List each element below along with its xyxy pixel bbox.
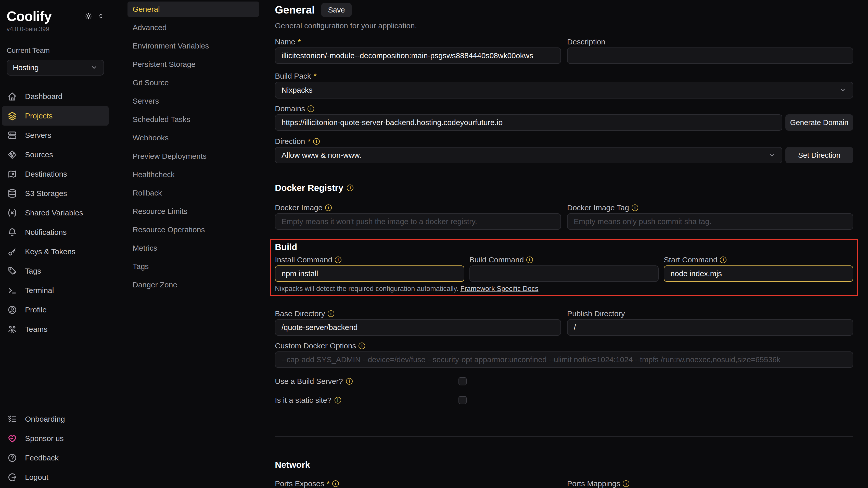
chevron-down-icon xyxy=(90,64,98,71)
subnav-item-preview-deployments[interactable]: Preview Deployments xyxy=(127,148,259,164)
chevron-down-icon xyxy=(839,86,846,94)
sidebar-item-sources[interactable]: Sources xyxy=(2,145,108,164)
subnav-item-webhooks[interactable]: Webhooks xyxy=(127,130,259,145)
theme-sun-icon[interactable] xyxy=(84,12,93,21)
sidebar-item-sponsor[interactable]: Sponsor us xyxy=(2,429,108,448)
build-pack-label: Build Pack xyxy=(275,72,311,80)
server-icon xyxy=(7,130,17,140)
start-command-input[interactable] xyxy=(664,265,853,282)
info-icon[interactable]: i xyxy=(332,480,339,487)
build-pack-select[interactable]: Nixpacks xyxy=(275,82,853,98)
users-icon xyxy=(7,324,17,334)
info-icon[interactable]: i xyxy=(325,204,332,211)
subnav-item-tags[interactable]: Tags xyxy=(127,259,259,274)
info-icon[interactable]: i xyxy=(359,343,365,349)
description-input[interactable] xyxy=(567,48,853,64)
base-directory-input[interactable] xyxy=(275,319,561,336)
install-command-input[interactable] xyxy=(275,265,464,282)
framework-docs-link[interactable]: Framework Specific Docs xyxy=(460,285,538,292)
docker-image-tag-field-group: Docker Image Tagi xyxy=(567,203,853,230)
subnav-item-metrics[interactable]: Metrics xyxy=(127,240,259,256)
base-directory-field-group: Base Directoryi xyxy=(275,309,561,336)
domains-input[interactable] xyxy=(275,114,782,131)
sidebar-item-terminal[interactable]: Terminal xyxy=(2,281,108,300)
database-icon xyxy=(7,189,17,199)
team-select-value: Hosting xyxy=(13,63,39,72)
info-icon[interactable]: i xyxy=(631,204,638,211)
sidebar-item-s3-storages[interactable]: S3 Storages xyxy=(2,184,108,203)
info-icon[interactable]: i xyxy=(308,106,314,112)
subnav-item-rollback[interactable]: Rollback xyxy=(127,185,259,201)
sidebar-item-notifications[interactable]: Notifications xyxy=(2,223,108,242)
sidebar-item-servers[interactable]: Servers xyxy=(2,125,108,145)
subnav-item-git-source[interactable]: Git Source xyxy=(127,75,259,90)
sidebar-item-onboarding[interactable]: Onboarding xyxy=(2,409,108,429)
sidebar-item-dashboard[interactable]: Dashboard xyxy=(2,87,108,106)
docker-image-tag-input[interactable] xyxy=(567,213,853,230)
is-static-site-checkbox[interactable] xyxy=(459,396,467,404)
subnav-item-general[interactable]: General xyxy=(127,2,259,17)
name-field-group: Name* xyxy=(275,37,561,64)
info-icon[interactable]: i xyxy=(346,378,353,384)
sidebar-item-feedback[interactable]: Feedback xyxy=(2,448,108,467)
required-asterisk: * xyxy=(308,137,311,146)
use-build-server-checkbox[interactable] xyxy=(459,377,467,385)
subnav-item-advanced[interactable]: Advanced xyxy=(127,20,259,35)
tag-icon xyxy=(7,266,17,276)
save-button[interactable]: Save xyxy=(321,3,351,17)
is-static-site-row: Is it a static site?i xyxy=(275,396,853,405)
sidebar-item-label: Feedback xyxy=(25,454,59,462)
subnav-item-danger-zone[interactable]: Danger Zone xyxy=(127,277,259,292)
docker-registry-heading: Docker Registry xyxy=(275,183,343,193)
logo-row: Coolify xyxy=(7,8,104,24)
sidebar-item-shared-variables[interactable]: Shared Variables xyxy=(2,203,108,223)
docker-image-input[interactable] xyxy=(275,213,561,230)
subnav-item-resource-operations[interactable]: Resource Operations xyxy=(127,222,259,237)
info-icon[interactable]: i xyxy=(335,397,341,403)
sidebar-item-label: Sponsor us xyxy=(25,434,64,443)
sidebar-item-destinations[interactable]: Destinations xyxy=(2,164,108,184)
sidebar-item-label: Projects xyxy=(25,112,53,120)
subnav-item-scheduled-tasks[interactable]: Scheduled Tasks xyxy=(127,112,259,127)
publish-directory-input[interactable] xyxy=(567,319,853,336)
set-direction-button[interactable]: Set Direction xyxy=(785,147,853,163)
base-directory-label: Base Directory xyxy=(275,309,325,318)
subnav-item-healthcheck[interactable]: Healthcheck xyxy=(127,167,259,182)
info-icon[interactable]: i xyxy=(313,138,320,145)
generate-domain-button[interactable]: Generate Domain xyxy=(785,114,853,131)
info-icon[interactable]: i xyxy=(328,310,334,317)
start-command-label: Start Command xyxy=(664,256,717,264)
annotation-highlight-box: Build Install Commandi Build Commandi St… xyxy=(270,239,858,296)
sidebar-item-projects[interactable]: Projects xyxy=(2,106,108,125)
subnav-item-servers[interactable]: Servers xyxy=(127,93,259,109)
subnav-item-persistent-storage[interactable]: Persistent Storage xyxy=(127,57,259,72)
build-command-label: Build Command xyxy=(469,256,524,264)
sidebar-item-teams[interactable]: Teams xyxy=(2,320,108,339)
sidebar-item-label: Dashboard xyxy=(25,92,62,101)
build-command-input[interactable] xyxy=(469,265,659,282)
sidebar-item-tags[interactable]: Tags xyxy=(2,261,108,281)
bell-icon xyxy=(7,227,17,237)
info-icon[interactable]: i xyxy=(623,480,629,487)
subnav-item-environment-variables[interactable]: Environment Variables xyxy=(127,38,259,54)
info-icon[interactable]: i xyxy=(720,257,726,263)
info-icon[interactable]: i xyxy=(526,257,533,263)
domains-label: Domains xyxy=(275,105,305,113)
subnav-item-resource-limits[interactable]: Resource Limits xyxy=(127,204,259,219)
sidebar-item-logout[interactable]: Logout xyxy=(2,467,108,487)
info-icon[interactable]: i xyxy=(347,184,353,191)
name-input[interactable] xyxy=(275,48,561,64)
custom-docker-options-input[interactable] xyxy=(275,351,853,368)
sidebar-item-keys-tokens[interactable]: Keys & Tokens xyxy=(2,242,108,261)
chevron-down-icon xyxy=(768,151,776,159)
network-heading: Network xyxy=(275,460,310,470)
required-asterisk: * xyxy=(298,37,301,46)
info-icon[interactable]: i xyxy=(335,257,341,263)
layers-icon xyxy=(7,111,17,121)
version-switcher-icon[interactable] xyxy=(97,12,104,20)
team-select[interactable]: Hosting xyxy=(7,60,104,76)
direction-select[interactable]: Allow www & non-www. xyxy=(275,147,782,163)
section-divider xyxy=(275,436,853,437)
git-icon xyxy=(7,149,17,160)
sidebar-item-profile[interactable]: Profile xyxy=(2,300,108,320)
